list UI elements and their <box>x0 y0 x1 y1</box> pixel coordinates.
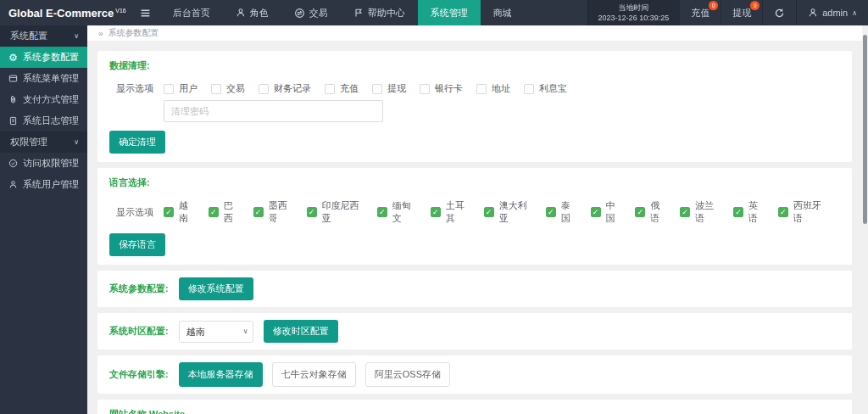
document-icon <box>8 116 19 126</box>
language-submit-row: 保存语言 <box>109 233 840 256</box>
checkbox-lang-spanish[interactable]: ✓ 西班牙语 <box>778 199 826 225</box>
sidebar-item-label: 系统日志管理 <box>23 115 79 127</box>
cleanup-password-input[interactable] <box>164 100 383 122</box>
checkbox-label: 俄语 <box>650 199 666 225</box>
nav-item-trade[interactable]: 交易 <box>281 0 341 25</box>
checkbox-label: 西班牙语 <box>793 199 826 225</box>
nav-item-help[interactable]: 帮助中心 <box>341 0 418 25</box>
language-select-card: 语言选择: 显示选项 ✓ 越南 ✓ 巴西 ✓ 墨西哥 ✓ 印度尼西亚 ✓ 缅甸文 <box>97 168 852 265</box>
withdraw-button[interactable]: 提现 0 <box>721 0 762 25</box>
checkbox-lang-turkey[interactable]: ✓ 土耳其 <box>431 199 470 225</box>
data-cleanup-title: 数据清理: <box>109 59 840 72</box>
cleanup-options-row: 显示选项 用户 交易 财务记录 充值 提现 <box>109 82 840 95</box>
sidebar-item-label: 系统用户管理 <box>23 178 79 191</box>
checkbox-lang-mexico[interactable]: ✓ 墨西哥 <box>253 199 293 225</box>
checkbox-lang-brazil[interactable]: ✓ 巴西 <box>209 199 240 225</box>
checkbox-withdrawals[interactable]: 提现 <box>372 82 406 95</box>
transactions-icon <box>294 8 305 19</box>
checkbox-box <box>476 84 487 94</box>
modify-system-config-button[interactable]: 修改系统配置 <box>179 277 253 300</box>
sidebar-item-system-menu[interactable]: 系统菜单管理 <box>0 68 87 89</box>
sidebar-group-permissions[interactable]: 权限管理 ∨ <box>0 131 87 153</box>
flag-icon <box>353 8 364 18</box>
sidebar-item-label: 支付方式管理 <box>23 93 79 106</box>
recharge-badge: 0 <box>709 1 718 10</box>
checkbox-interest-treasure[interactable]: 利息宝 <box>524 82 567 95</box>
sidebar-item-system-params[interactable]: ⚙ 系统参数配置 <box>0 47 87 68</box>
checkbox-lang-china[interactable]: ✓ 中国 <box>591 199 622 225</box>
checkbox-checked-icon: ✓ <box>778 207 788 217</box>
withdraw-label: 提现 <box>732 7 751 20</box>
checkbox-label: 地址 <box>492 82 510 95</box>
checkbox-box <box>164 84 174 94</box>
checkbox-lang-vietnam[interactable]: ✓ 越南 <box>164 199 195 225</box>
sidebar-toggle-button[interactable] <box>131 0 160 25</box>
sidebar-group-system-config[interactable]: 系统配置 ∨ <box>0 25 87 47</box>
checkbox-label: 墨西哥 <box>269 199 293 225</box>
nav-item-home[interactable]: 后台首页 <box>160 0 223 25</box>
sidebar-item-label: 访问权限管理 <box>23 157 79 170</box>
sidebar-item-access-perms[interactable]: 访问权限管理 <box>0 153 87 174</box>
checkbox-lang-australia[interactable]: ✓ 澳大利亚 <box>484 199 532 225</box>
chevron-down-icon: ∨ <box>74 32 79 40</box>
main-content: 数据清理: 显示选项 用户 交易 财务记录 充值 提现 <box>87 41 862 414</box>
storage-qiniu-button[interactable]: 七牛云对象存储 <box>272 362 356 387</box>
checkbox-lang-polish[interactable]: ✓ 波兰语 <box>680 199 720 225</box>
save-language-button[interactable]: 保存语言 <box>109 233 165 256</box>
timezone-select-wrap: 越南 ∨ <box>179 321 253 343</box>
local-time: 当地时间 2023-12-26 10:39:25 <box>587 0 680 25</box>
checkbox-checked-icon: ✓ <box>635 207 645 217</box>
check-circle-icon <box>8 159 19 168</box>
checkbox-lang-thailand[interactable]: ✓ 泰国 <box>546 199 577 225</box>
options-label: 显示选项 <box>116 206 164 219</box>
scrollbar-thumb[interactable] <box>863 35 867 224</box>
checkbox-checked-icon: ✓ <box>680 207 690 217</box>
checkbox-label: 澳大利亚 <box>499 199 532 225</box>
language-options-row: 显示选项 ✓ 越南 ✓ 巴西 ✓ 墨西哥 ✓ 印度尼西亚 ✓ 缅甸文 <box>109 199 840 225</box>
user-menu[interactable]: admin ∧ <box>796 0 868 25</box>
language-title: 语言选择: <box>109 176 840 189</box>
checkbox-users[interactable]: 用户 <box>164 82 198 95</box>
sidebar-group-label: 系统配置 <box>10 30 47 42</box>
confirm-cleanup-button[interactable]: 确定清理 <box>109 131 165 154</box>
checkbox-lang-indonesia[interactable]: ✓ 印度尼西亚 <box>307 199 364 225</box>
nav-help-label: 帮助中心 <box>368 7 405 20</box>
nav-mall-label: 商城 <box>493 7 512 20</box>
storage-aliyun-button[interactable]: 阿里云OSS存储 <box>365 362 450 387</box>
checkbox-trades[interactable]: 交易 <box>211 82 245 95</box>
checkbox-recharges[interactable]: 充值 <box>325 82 359 95</box>
sidebar-item-payment-methods[interactable]: 支付方式管理 <box>0 89 87 110</box>
cleanup-password-row <box>109 100 840 122</box>
storage-engine-card: 文件存储引擎: 本地服务器存储 七牛云对象存储 阿里云OSS存储 <box>97 355 852 394</box>
scrollbar-track[interactable] <box>862 25 868 414</box>
breadcrumb-current: 系统参数配置 <box>108 27 159 39</box>
menu-card-icon <box>8 74 19 83</box>
timezone-select[interactable]: 越南 <box>179 321 253 343</box>
nav-item-mall[interactable]: 商城 <box>481 0 525 25</box>
storage-local-button[interactable]: 本地服务器存储 <box>179 362 263 387</box>
checkbox-lang-english[interactable]: ✓ 英语 <box>733 199 765 225</box>
sidebar: 系统配置 ∨ ⚙ 系统参数配置 系统菜单管理 支付方式管理 系统日志管理 权限管… <box>0 25 87 414</box>
refresh-button[interactable] <box>762 0 796 25</box>
nav-item-system[interactable]: 系统管理 <box>418 0 481 25</box>
checkbox-label: 中国 <box>606 199 622 225</box>
checkbox-box <box>325 84 335 94</box>
user-icon <box>808 8 818 18</box>
timezone-title: 系统时区配置: <box>109 325 169 338</box>
website-name-title: 网站名称 Website <box>109 408 840 414</box>
nav-roles-label: 角色 <box>250 7 269 20</box>
checkbox-checked-icon: ✓ <box>431 207 441 217</box>
sidebar-item-system-users[interactable]: 系统用户管理 <box>0 174 87 195</box>
nav-item-roles[interactable]: 角色 <box>223 0 281 25</box>
checkbox-lang-burmese[interactable]: ✓ 缅甸文 <box>377 199 417 225</box>
modify-timezone-button[interactable]: 修改时区配置 <box>264 320 338 343</box>
checkbox-finance-records[interactable]: 财务记录 <box>259 82 311 95</box>
checkbox-bank-cards[interactable]: 银行卡 <box>420 82 463 95</box>
sidebar-item-system-logs[interactable]: 系统日志管理 <box>0 110 87 131</box>
person-icon <box>8 180 19 189</box>
checkbox-addresses[interactable]: 地址 <box>476 82 510 95</box>
top-header: Global E-Commerce V16 后台首页 角色 <box>0 0 868 25</box>
checkbox-lang-russian[interactable]: ✓ 俄语 <box>635 199 666 225</box>
recharge-button[interactable]: 充值 0 <box>679 0 721 25</box>
checkbox-label: 缅甸文 <box>392 199 417 225</box>
